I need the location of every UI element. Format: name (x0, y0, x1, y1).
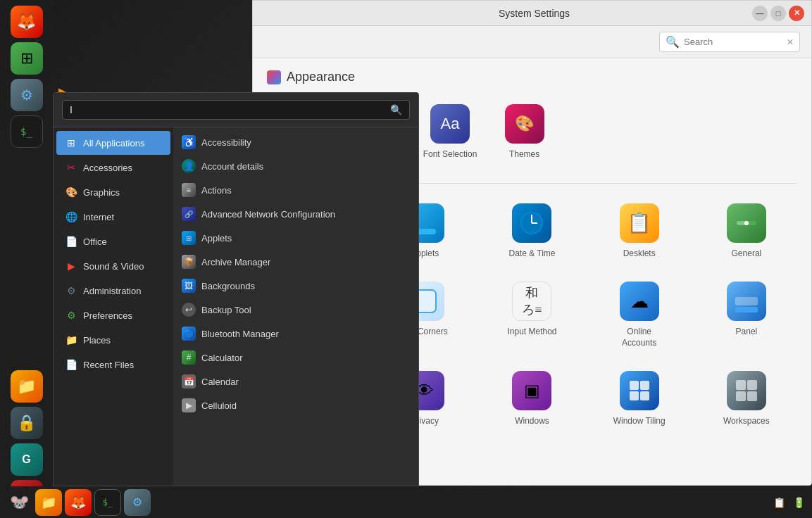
applets-app-label: Applets (201, 233, 232, 244)
settings-item-windowtiling[interactable]: Window Tiling (589, 362, 690, 446)
dock-icon-apps[interactable]: ⊞ (11, 42, 43, 75)
taskbar-firefox-icon[interactable]: 🦊 (65, 489, 92, 516)
search-input[interactable] (684, 37, 782, 47)
settings-item-inputmethod[interactable]: 和ろ≡ Input Method (481, 273, 582, 357)
close-button[interactable]: ✕ (789, 6, 804, 21)
menu-cat-administration[interactable]: ⚙ Administration (56, 279, 170, 303)
settings-item-panel[interactable]: Panel (696, 273, 797, 357)
menu-cat-recent-files[interactable]: 📄 Recent Files (56, 353, 170, 377)
onlineaccounts-label: Online Accounts (611, 327, 668, 348)
menu-cat-places[interactable]: 📁 Places (56, 328, 170, 352)
general-label: General (732, 248, 762, 260)
themes-label: Themes (509, 149, 539, 160)
minimize-button[interactable]: — (752, 6, 768, 21)
inputmethod-label: Input Method (507, 327, 556, 338)
windows-icon: ▣ (512, 371, 551, 410)
general-icon (727, 203, 766, 243)
taskbar-tray-clipboard[interactable]: 📋 (771, 495, 787, 510)
taskbar-files-icon[interactable]: 📁 (35, 489, 62, 516)
dock-icon-terminal[interactable]: $_ (11, 115, 43, 148)
app-item-actions[interactable]: ≡ Actions (173, 178, 418, 202)
dock-icon-files[interactable]: 📁 (11, 370, 43, 403)
app-item-calculator[interactable]: # Calculator (173, 346, 418, 369)
administration-label: Administration (83, 286, 141, 296)
app-item-account-details[interactable]: 👤 Account details (173, 154, 418, 178)
calculator-label: Calculator (201, 353, 243, 363)
menu-search-input[interactable] (70, 104, 385, 115)
menu-search-inner[interactable]: 🔍 (62, 100, 410, 120)
account-details-icon: 👤 (182, 159, 196, 173)
accessibility-icon: ♿ (182, 135, 196, 149)
places-icon: 📁 (65, 334, 77, 346)
recent-files-label: Recent Files (83, 360, 134, 370)
app-item-archive-manager[interactable]: 📦 Archive Manager (173, 250, 418, 274)
app-item-accessibility[interactable]: ♿ Accessibility (173, 130, 418, 154)
settings-toolbar: 🔍 ✕ (253, 26, 811, 58)
menu-cat-accessories[interactable]: ✂ Accessories (56, 156, 170, 179)
taskbar-settings-icon[interactable]: ⚙ (124, 489, 151, 516)
datetime-icon (512, 203, 551, 243)
windows-label: Windows (515, 416, 549, 427)
app-item-applets[interactable]: ⊞ Applets (173, 226, 418, 250)
app-item-backgrounds[interactable]: 🖼 Backgrounds (173, 274, 418, 298)
settings-item-datetime[interactable]: Date & Time (481, 195, 582, 268)
windowtiling-icon (620, 371, 659, 410)
settings-item-themes[interactable]: 🎨 Themes (490, 96, 559, 169)
accessories-icon: ✂ (65, 161, 77, 174)
settings-item-onlineaccounts[interactable]: ☁ Online Accounts (589, 273, 690, 357)
appearance-section-header: Appearance (267, 70, 797, 84)
taskbar-menu-icon[interactable]: 🐭 (6, 489, 32, 516)
taskbar: 🐭 📁 🦊 $_ ⚙ 📋 🔋 (0, 486, 812, 518)
menu-cat-graphics[interactable]: 🎨 Graphics (56, 180, 170, 204)
menu-cat-sound-video[interactable]: ▶ Sound & Video (56, 254, 170, 278)
app-item-adv-network[interactable]: 🔗 Advanced Network Configuration (173, 202, 418, 226)
taskbar-terminal-icon[interactable]: $_ (94, 489, 121, 516)
dock-icon-settings[interactable]: ⚙ ▶ (11, 79, 43, 111)
menu-cat-office[interactable]: 📄 Office (56, 229, 170, 253)
calendar-icon: 📅 (182, 374, 196, 388)
svg-rect-21 (747, 380, 757, 390)
app-item-backup-tool[interactable]: ↩ Backup Tool (173, 298, 418, 322)
dock-icon-firefox[interactable]: 🦊 (11, 6, 43, 38)
places-label: Places (83, 335, 111, 346)
svg-rect-20 (736, 380, 746, 390)
onlineaccounts-icon: ☁ (620, 282, 659, 321)
taskbar-tray-battery[interactable]: 🔋 (791, 495, 806, 510)
settings-item-desklets[interactable]: 📋 Desklets (589, 195, 690, 268)
internet-label: Internet (83, 212, 114, 222)
app-item-celluloid[interactable]: ▶ Celluloid (173, 393, 418, 417)
menu-cat-preferences[interactable]: ⚙ Preferences (56, 303, 170, 327)
applets-app-icon: ⊞ (182, 231, 196, 245)
settings-item-font[interactable]: Aa Font Selection (416, 96, 485, 169)
desklets-icon: 📋 (620, 203, 659, 243)
themes-icon: 🎨 (505, 104, 544, 144)
app-item-calendar[interactable]: 📅 Calendar (173, 369, 418, 393)
accessories-label: Accessories (83, 163, 132, 173)
adv-network-icon: 🔗 (182, 207, 196, 221)
menu-cat-all-applications[interactable]: ⊞ All Applications (56, 131, 170, 155)
settings-item-workspaces[interactable]: Workspaces (696, 362, 797, 446)
search-box[interactable]: 🔍 ✕ (659, 32, 800, 52)
font-label: Font Selection (423, 149, 477, 160)
menu-cat-internet[interactable]: 🌐 Internet (56, 205, 170, 229)
settings-item-windows[interactable]: ▣ Windows (481, 362, 582, 446)
adv-network-label: Advanced Network Configuration (201, 209, 335, 220)
dock-icon-lock[interactable]: 🔒 (11, 407, 43, 439)
panel-icon (727, 282, 766, 321)
app-item-bluetooth[interactable]: 🔵 Bluetooth Manager (173, 322, 418, 346)
window-controls: — □ ✕ (752, 6, 804, 21)
svg-rect-16 (630, 381, 639, 390)
administration-icon: ⚙ (65, 284, 77, 297)
backup-tool-label: Backup Tool (201, 305, 251, 315)
office-label: Office (83, 236, 107, 247)
all-applications-label: All Applications (83, 138, 144, 149)
settings-item-general[interactable]: General (696, 195, 797, 268)
recent-files-icon: 📄 (65, 358, 77, 371)
accessibility-label: Accessibility (201, 137, 251, 148)
maximize-button[interactable]: □ (770, 6, 786, 21)
appearance-icon (267, 70, 281, 84)
datetime-label: Date & Time (508, 248, 555, 260)
dock-icon-gitkraken[interactable]: G (11, 443, 43, 476)
search-clear-icon[interactable]: ✕ (787, 37, 794, 47)
calendar-label: Calendar (201, 377, 239, 387)
